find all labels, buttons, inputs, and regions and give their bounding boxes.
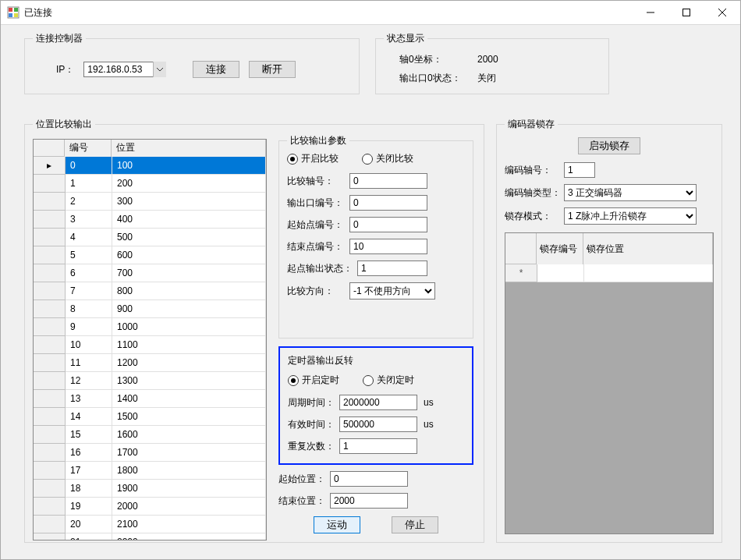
cell-id[interactable]: 16: [66, 444, 112, 462]
latch-body[interactable]: *: [505, 264, 713, 533]
enc-mode-select[interactable]: 1 Z脉冲上升沿锁存: [564, 207, 697, 225]
timer-repeat-input[interactable]: [339, 438, 417, 454]
cmp-on-radio[interactable]: 开启比较: [287, 152, 339, 165]
table-row[interactable]: 161700: [34, 444, 266, 462]
cell-id[interactable]: 13: [66, 390, 112, 408]
cell-id[interactable]: 0: [66, 157, 112, 175]
cell-id[interactable]: 20: [66, 516, 112, 533]
cell-id[interactable]: 8: [66, 300, 112, 318]
table-row[interactable]: 6700: [34, 264, 266, 282]
cmp-endid-input[interactable]: [349, 239, 427, 254]
ip-combo[interactable]: [83, 62, 166, 77]
endpos-input[interactable]: [330, 493, 408, 509]
enc-type-select[interactable]: 3 正交编码器: [564, 184, 697, 201]
cell-id[interactable]: 4: [66, 229, 112, 246]
cell-id[interactable]: 11: [66, 354, 112, 372]
timer-period-input[interactable]: [339, 395, 417, 410]
table-row[interactable]: 202100: [34, 516, 266, 533]
start-latch-button[interactable]: 启动锁存: [578, 137, 640, 154]
table-row[interactable]: 131400: [34, 390, 266, 408]
cell-pos[interactable]: 1700: [112, 444, 266, 462]
cell-pos[interactable]: 1300: [112, 372, 266, 390]
table-row[interactable]: 171800: [34, 462, 266, 480]
cell-pos[interactable]: 500: [112, 229, 266, 246]
enc-axis-input[interactable]: [564, 162, 595, 178]
cell-pos[interactable]: 2100: [112, 516, 266, 533]
cell-pos[interactable]: 1400: [112, 390, 266, 408]
cmp-startout-input[interactable]: [357, 261, 427, 276]
posout-table[interactable]: 编号 位置 ▸010012002300340045005600670078008…: [33, 139, 267, 541]
latch-col-id[interactable]: 锁存编号: [537, 233, 583, 264]
table-row[interactable]: *: [505, 264, 713, 282]
table-row[interactable]: 192000: [34, 498, 266, 516]
move-button[interactable]: 运动: [314, 516, 360, 533]
ip-input[interactable]: [83, 62, 166, 77]
table-row[interactable]: 101100: [34, 336, 266, 354]
cell-id[interactable]: 5: [66, 246, 112, 264]
cell-pos[interactable]: 800: [112, 282, 266, 300]
cell-pos[interactable]: 400: [112, 211, 266, 229]
table-row[interactable]: 121300: [34, 372, 266, 390]
table-row[interactable]: 151600: [34, 426, 266, 444]
cmp-startid-input[interactable]: [349, 217, 427, 232]
latch-cell-id[interactable]: [537, 264, 584, 282]
posout-col-pos[interactable]: 位置: [112, 140, 266, 157]
startpos-input[interactable]: [330, 471, 408, 487]
cell-pos[interactable]: 300: [112, 193, 266, 211]
cell-pos[interactable]: 600: [112, 246, 266, 264]
cell-id[interactable]: 3: [66, 211, 112, 229]
table-row[interactable]: 8900: [34, 300, 266, 318]
cell-id[interactable]: 9: [66, 318, 112, 336]
cell-pos[interactable]: 2200: [112, 533, 266, 540]
minimize-button[interactable]: [633, 1, 668, 24]
latch-table[interactable]: 锁存编号 锁存位置 *: [505, 232, 714, 534]
cmp-dir-select[interactable]: -1 不使用方向: [349, 282, 435, 299]
cell-pos[interactable]: 1900: [112, 480, 266, 498]
timer-on-radio[interactable]: 开启定时: [288, 374, 339, 387]
table-row[interactable]: 181900: [34, 480, 266, 498]
cell-pos[interactable]: 1000: [112, 318, 266, 336]
stop-button[interactable]: 停止: [392, 516, 438, 533]
cell-pos[interactable]: 1100: [112, 336, 266, 354]
cell-pos[interactable]: 100: [112, 157, 266, 175]
latch-cell-pos[interactable]: [584, 264, 713, 282]
timer-off-radio[interactable]: 关闭定时: [363, 374, 414, 387]
latch-col-pos[interactable]: 锁存位置: [583, 233, 713, 264]
table-row[interactable]: 2300: [34, 193, 266, 211]
cell-pos[interactable]: 200: [112, 175, 266, 193]
cell-id[interactable]: 14: [66, 408, 112, 426]
cell-pos[interactable]: 2000: [112, 498, 266, 516]
table-row[interactable]: 91000: [34, 318, 266, 336]
cell-id[interactable]: 19: [66, 498, 112, 516]
maximize-button[interactable]: [668, 1, 704, 24]
cell-pos[interactable]: 900: [112, 300, 266, 318]
table-row[interactable]: 111200: [34, 354, 266, 372]
cmp-axis-input[interactable]: [349, 173, 427, 189]
connect-button[interactable]: 连接: [193, 61, 239, 78]
cell-pos[interactable]: 1500: [112, 408, 266, 426]
cell-id[interactable]: 12: [66, 372, 112, 390]
table-row[interactable]: 7800: [34, 282, 266, 300]
cell-pos[interactable]: 1600: [112, 426, 266, 444]
table-row[interactable]: 3400: [34, 211, 266, 229]
table-row[interactable]: ▸0100: [34, 157, 266, 175]
cell-id[interactable]: 18: [66, 480, 112, 498]
timer-valid-input[interactable]: [339, 416, 417, 432]
cell-id[interactable]: 17: [66, 462, 112, 480]
cell-id[interactable]: 21: [66, 533, 112, 540]
table-row[interactable]: 141500: [34, 408, 266, 426]
cell-pos[interactable]: 1200: [112, 354, 266, 372]
posout-body[interactable]: ▸010012002300340045005600670078008900910…: [34, 157, 266, 540]
cell-id[interactable]: 6: [66, 264, 112, 282]
cell-id[interactable]: 1: [66, 175, 112, 193]
table-row[interactable]: 1200: [34, 175, 266, 193]
table-row[interactable]: 5600: [34, 246, 266, 264]
posout-col-id[interactable]: 编号: [65, 140, 112, 157]
disconnect-button[interactable]: 断开: [249, 61, 296, 78]
cmp-off-radio[interactable]: 关闭比较: [362, 152, 413, 165]
cell-id[interactable]: 7: [66, 282, 112, 300]
cell-pos[interactable]: 700: [112, 264, 266, 282]
cell-id[interactable]: 15: [66, 426, 112, 444]
cell-id[interactable]: 10: [66, 336, 112, 354]
table-row[interactable]: 4500: [34, 229, 266, 246]
